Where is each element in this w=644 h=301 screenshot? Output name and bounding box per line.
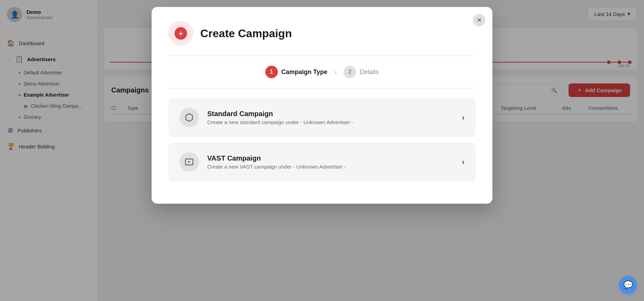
standard-campaign-content: Standard Campaign Create a new standard … xyxy=(207,110,453,125)
modal-icon-wrap: + xyxy=(168,21,193,46)
vast-campaign-arrow: › xyxy=(462,157,465,167)
close-icon: ✕ xyxy=(477,16,482,24)
standard-campaign-arrow: › xyxy=(462,113,465,122)
modal-divider xyxy=(168,56,476,56)
stepper: 1 Campaign Type › 2 Details xyxy=(168,66,476,78)
step-1-number: 1 xyxy=(265,66,278,78)
modal-header: + Create Campaign xyxy=(168,21,476,46)
step-1-label: Campaign Type xyxy=(281,68,328,76)
modal: ✕ + Create Campaign 1 Campaign Type › 2 … xyxy=(152,7,492,204)
standard-campaign-desc: Create a new standard campaign under - U… xyxy=(207,119,453,125)
stepper-divider xyxy=(168,88,476,88)
stepper-chevron: › xyxy=(335,68,337,76)
vast-campaign-icon xyxy=(179,152,199,172)
svg-marker-1 xyxy=(188,161,190,163)
modal-title: Create Campaign xyxy=(200,27,292,40)
vast-campaign-content: VAST Campaign Create a new VAST campaign… xyxy=(207,154,453,170)
vast-campaign-title: VAST Campaign xyxy=(207,154,453,162)
step-1: 1 Campaign Type xyxy=(265,66,328,78)
vast-campaign-desc: Create a new VAST campaign under - Unkno… xyxy=(207,164,453,170)
vast-campaign-option[interactable]: VAST Campaign Create a new VAST campaign… xyxy=(168,143,476,181)
modal-overlay: ✕ + Create Campaign 1 Campaign Type › 2 … xyxy=(0,0,644,301)
step-2-number: 2 xyxy=(344,66,356,78)
chat-icon: 💬 xyxy=(623,280,633,290)
standard-campaign-option[interactable]: Standard Campaign Create a new standard … xyxy=(168,98,476,137)
standard-campaign-title: Standard Campaign xyxy=(207,110,453,118)
plus-icon: + xyxy=(175,27,187,40)
step-2: 2 Details xyxy=(344,66,379,78)
step-2-label: Details xyxy=(360,68,379,76)
chat-bubble[interactable]: 💬 xyxy=(619,276,637,294)
modal-close-button[interactable]: ✕ xyxy=(473,14,485,26)
standard-campaign-icon xyxy=(179,108,199,127)
